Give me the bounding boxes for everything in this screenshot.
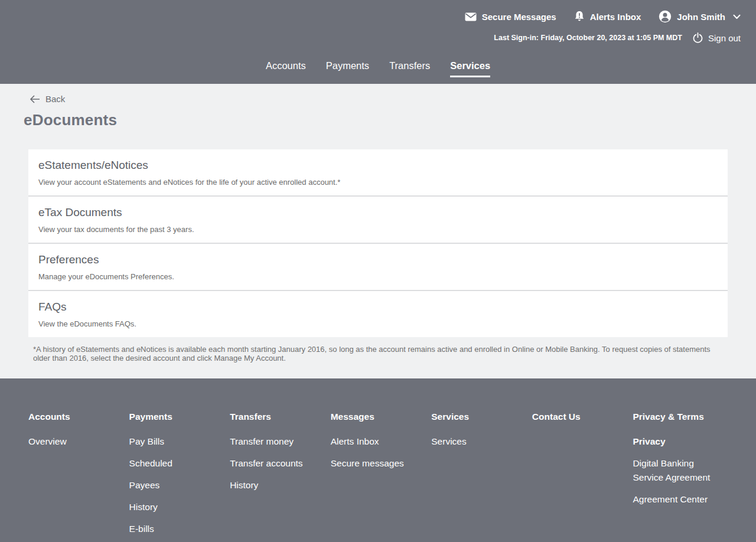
last-signin-text: Last Sign-in: Friday, October 20, 2023 a…: [494, 34, 682, 42]
signin-bar: Last Sign-in: Friday, October 20, 2023 a…: [494, 32, 741, 43]
footer-col-privacy-terms: Privacy & Terms Privacy Digital Banking …: [633, 412, 728, 542]
footer-link-transfer-money[interactable]: Transfer money: [230, 435, 315, 449]
footer-link-agreement-center[interactable]: Agreement Center: [633, 492, 718, 507]
footer-link-overview[interactable]: Overview: [28, 435, 114, 449]
main-content: Back eDocuments eStatements/eNotices Vie…: [0, 84, 756, 363]
card-description: View your tax documents for the past 3 y…: [38, 225, 718, 234]
back-link[interactable]: Back: [30, 94, 65, 104]
card-title: eStatements/eNotices: [38, 159, 718, 172]
footer-col-contact-us: Contact Us: [532, 412, 627, 542]
nav-item-transfers[interactable]: Transfers: [389, 60, 430, 77]
card-estatements-enotices[interactable]: eStatements/eNotices View your account e…: [28, 149, 728, 197]
footer-link-privacy[interactable]: Privacy: [633, 435, 718, 449]
power-icon: [693, 32, 703, 43]
secure-messages-button[interactable]: Secure Messages: [465, 12, 556, 22]
main-nav: Accounts Payments Transfers Services: [0, 60, 756, 77]
card-description: Manage your eDocuments Preferences.: [38, 272, 718, 281]
card-preferences[interactable]: Preferences Manage your eDocuments Prefe…: [28, 244, 728, 291]
footer-col-heading: Payments: [129, 412, 224, 422]
edocuments-card-list: eStatements/eNotices View your account e…: [28, 149, 728, 337]
envelope-icon: [465, 12, 477, 21]
footer-link-payments-history[interactable]: History: [129, 500, 215, 514]
alert-bell-icon: [574, 11, 585, 22]
footer-link-secure-messages[interactable]: Secure messages: [331, 456, 416, 471]
secure-messages-label: Secure Messages: [482, 12, 556, 22]
footer-link-services[interactable]: Services: [431, 435, 517, 449]
back-label: Back: [45, 94, 65, 104]
card-title: Preferences: [38, 253, 718, 266]
card-description: View the eDocuments FAQs.: [38, 319, 718, 328]
footer-link-payees[interactable]: Payees: [129, 478, 215, 492]
alerts-inbox-button[interactable]: Alerts Inbox: [574, 11, 641, 22]
footer-col-heading: Contact Us: [532, 412, 627, 422]
footnote-text: *A history of eStatements and eNotices i…: [33, 345, 712, 363]
footer-link-pay-bills[interactable]: Pay Bills: [129, 435, 215, 449]
card-title: FAQs: [38, 301, 718, 314]
utility-bar: Secure Messages Alerts Inbox: [465, 10, 741, 23]
sign-out-label: Sign out: [708, 33, 741, 43]
footer: Accounts Overview Payments Pay Bills Sch…: [0, 378, 756, 542]
user-menu[interactable]: John Smith: [659, 10, 741, 23]
footer-link-digital-banking-service-agreement[interactable]: Digital Banking Service Agreement: [633, 456, 718, 485]
footer-col-heading: Messages: [331, 412, 426, 422]
card-description: View your account eStatements and eNotic…: [38, 178, 718, 187]
nav-item-payments[interactable]: Payments: [326, 60, 369, 77]
avatar-icon: [659, 10, 672, 23]
footer-col-payments: Payments Pay Bills Scheduled Payees Hist…: [129, 412, 224, 542]
footer-col-heading: Privacy & Terms: [633, 412, 728, 422]
chevron-down-icon: [733, 14, 741, 19]
footer-link-transfer-accounts[interactable]: Transfer accounts: [230, 456, 315, 471]
footer-col-accounts: Accounts Overview: [28, 412, 123, 542]
card-title: eTax Documents: [38, 206, 718, 219]
footer-col-heading: Transfers: [230, 412, 325, 422]
footer-link-ebills[interactable]: E-bills: [129, 522, 215, 536]
footer-col-heading: Accounts: [28, 412, 123, 422]
footer-col-messages: Messages Alerts Inbox Secure messages: [331, 412, 426, 542]
footer-col-services: Services Services: [431, 412, 526, 542]
header: Secure Messages Alerts Inbox: [0, 0, 756, 84]
footer-link-scheduled[interactable]: Scheduled: [129, 456, 215, 471]
card-etax-documents[interactable]: eTax Documents View your tax documents f…: [28, 197, 728, 244]
footer-link-alerts-inbox[interactable]: Alerts Inbox: [331, 435, 416, 449]
footer-col-transfers: Transfers Transfer money Transfer accoun…: [230, 412, 325, 542]
card-faqs[interactable]: FAQs View the eDocuments FAQs.: [28, 291, 728, 337]
sign-out-button[interactable]: Sign out: [693, 32, 741, 43]
footer-link-columns: Accounts Overview Payments Pay Bills Sch…: [28, 412, 728, 542]
footer-link-transfers-history[interactable]: History: [230, 478, 315, 492]
page-title: eDocuments: [24, 111, 756, 129]
nav-item-accounts[interactable]: Accounts: [266, 60, 306, 77]
nav-item-services[interactable]: Services: [450, 60, 490, 77]
alerts-inbox-label: Alerts Inbox: [590, 12, 641, 22]
footer-col-heading: Services: [431, 412, 526, 422]
back-arrow-icon: [30, 95, 40, 103]
user-name: John Smith: [677, 12, 725, 22]
